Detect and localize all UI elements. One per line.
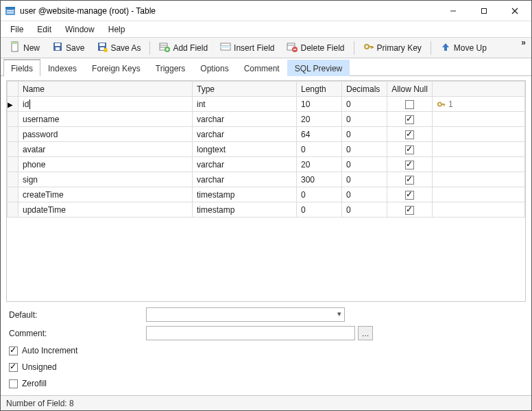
- cell-name[interactable]: phone: [19, 157, 193, 172]
- col-length[interactable]: Length: [297, 82, 342, 97]
- col-key[interactable]: [433, 82, 525, 97]
- tab-comment[interactable]: Comment: [237, 60, 287, 76]
- cell-decimals[interactable]: 0: [342, 112, 387, 127]
- cell-length[interactable]: 300: [297, 172, 342, 187]
- allow-null-checkbox[interactable]: [405, 161, 414, 169]
- col-type[interactable]: Type: [193, 82, 297, 97]
- primary-key-button[interactable]: Primary Key: [357, 38, 428, 57]
- cell-allow-null[interactable]: [387, 187, 433, 202]
- cell-allow-null[interactable]: [387, 157, 433, 172]
- cell-allow-null[interactable]: [387, 97, 433, 112]
- move-up-button[interactable]: Move Up: [434, 38, 493, 57]
- comment-input[interactable]: [146, 326, 355, 340]
- cell-allow-null[interactable]: [387, 112, 433, 127]
- cell-key[interactable]: [433, 127, 525, 142]
- close-button[interactable]: [499, 1, 530, 21]
- auto-increment-checkbox[interactable]: [9, 347, 18, 355]
- grid-scroll[interactable]: Name Type Length Decimals Allow Null ▶id…: [7, 81, 525, 301]
- cell-length[interactable]: 0: [297, 202, 342, 218]
- table-row[interactable]: ▶idint1001: [8, 97, 525, 112]
- cell-decimals[interactable]: 0: [342, 172, 387, 187]
- cell-name[interactable]: id: [19, 97, 193, 112]
- tab-options[interactable]: Options: [193, 60, 236, 76]
- row-header[interactable]: ▶: [8, 97, 19, 112]
- cell-key[interactable]: [433, 187, 525, 202]
- cell-type[interactable]: varchar: [193, 127, 297, 142]
- cell-key[interactable]: [433, 112, 525, 127]
- save-as-button[interactable]: Save As: [90, 38, 147, 57]
- delete-field-button[interactable]: Delete Field: [280, 38, 350, 57]
- allow-null-checkbox[interactable]: [405, 176, 414, 185]
- cell-decimals[interactable]: 0: [342, 142, 387, 157]
- table-row[interactable]: passwordvarchar640: [8, 127, 525, 142]
- insert-field-button[interactable]: Insert Field: [214, 38, 280, 57]
- cell-key[interactable]: [433, 157, 525, 172]
- tab-triggers[interactable]: Triggers: [148, 60, 193, 76]
- cell-type[interactable]: longtext: [193, 142, 297, 157]
- menu-file[interactable]: File: [3, 23, 30, 36]
- unsigned-checkbox[interactable]: [9, 363, 18, 372]
- cell-decimals[interactable]: 0: [342, 157, 387, 172]
- add-field-button[interactable]: Add Field: [153, 38, 214, 57]
- allow-null-checkbox[interactable]: [405, 115, 414, 124]
- table-row[interactable]: updateTimetimestamp00: [8, 202, 525, 218]
- table-row[interactable]: createTimetimestamp00: [8, 187, 525, 202]
- menu-edit[interactable]: Edit: [30, 23, 58, 36]
- cell-type[interactable]: int: [193, 97, 297, 112]
- menu-help[interactable]: Help: [101, 23, 132, 36]
- col-allow-null[interactable]: Allow Null: [387, 82, 433, 97]
- cell-key[interactable]: [433, 172, 525, 187]
- minimize-button[interactable]: [437, 1, 468, 21]
- cell-length[interactable]: 0: [297, 142, 342, 157]
- cell-decimals[interactable]: 0: [342, 97, 387, 112]
- cell-type[interactable]: timestamp: [193, 202, 297, 218]
- row-header[interactable]: [8, 142, 19, 157]
- cell-decimals[interactable]: 0: [342, 127, 387, 142]
- tab-foreign-keys[interactable]: Foreign Keys: [84, 60, 148, 76]
- allow-null-checkbox[interactable]: [405, 206, 414, 215]
- cell-decimals[interactable]: 0: [342, 202, 387, 218]
- cell-type[interactable]: varchar: [193, 157, 297, 172]
- maximize-button[interactable]: [468, 1, 499, 21]
- cell-length[interactable]: 64: [297, 127, 342, 142]
- row-header[interactable]: [8, 172, 19, 187]
- cell-decimals[interactable]: 0: [342, 187, 387, 202]
- cell-length[interactable]: 20: [297, 112, 342, 127]
- allow-null-checkbox[interactable]: [405, 145, 414, 154]
- cell-key[interactable]: [433, 202, 525, 218]
- row-header[interactable]: [8, 187, 19, 202]
- cell-name[interactable]: avatar: [19, 142, 193, 157]
- row-header[interactable]: [8, 202, 19, 218]
- allow-null-checkbox[interactable]: [405, 100, 414, 109]
- cell-length[interactable]: 20: [297, 157, 342, 172]
- cell-name[interactable]: username: [19, 112, 193, 127]
- cell-name[interactable]: updateTime: [19, 202, 193, 218]
- cell-name[interactable]: createTime: [19, 187, 193, 202]
- cell-allow-null[interactable]: [387, 202, 433, 218]
- comment-dialog-button[interactable]: …: [358, 326, 373, 340]
- default-select[interactable]: [146, 307, 345, 322]
- cell-name[interactable]: sign: [19, 172, 193, 187]
- tab-fields[interactable]: Fields: [3, 59, 40, 76]
- tab-sql-preview[interactable]: SQL Preview: [287, 60, 350, 76]
- col-decimals[interactable]: Decimals: [342, 82, 387, 97]
- menu-window[interactable]: Window: [58, 23, 101, 36]
- row-header[interactable]: [8, 112, 19, 127]
- table-row[interactable]: signvarchar3000: [8, 172, 525, 187]
- col-name[interactable]: Name: [19, 82, 193, 97]
- row-header[interactable]: [8, 127, 19, 142]
- zerofill-checkbox[interactable]: [9, 379, 18, 388]
- cell-key[interactable]: [433, 142, 525, 157]
- row-header[interactable]: [8, 157, 19, 172]
- cell-length[interactable]: 10: [297, 97, 342, 112]
- allow-null-checkbox[interactable]: [405, 130, 414, 139]
- cell-type[interactable]: timestamp: [193, 187, 297, 202]
- cell-allow-null[interactable]: [387, 127, 433, 142]
- cell-allow-null[interactable]: [387, 172, 433, 187]
- new-button[interactable]: New: [3, 38, 46, 57]
- cell-length[interactable]: 0: [297, 187, 342, 202]
- cell-name[interactable]: password: [19, 127, 193, 142]
- save-button[interactable]: Save: [46, 38, 90, 57]
- tab-indexes[interactable]: Indexes: [40, 60, 84, 76]
- cell-type[interactable]: varchar: [193, 172, 297, 187]
